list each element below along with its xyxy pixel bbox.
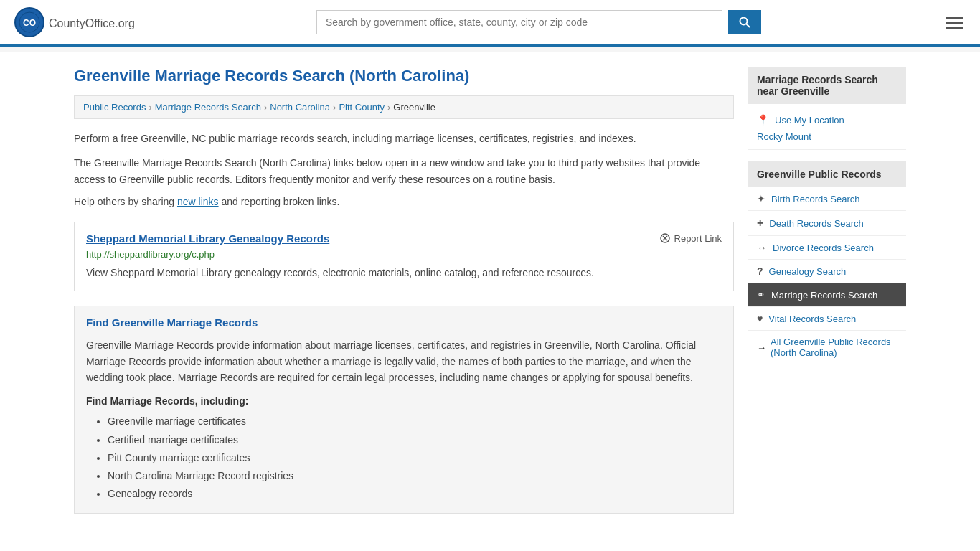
search-area <box>316 10 761 34</box>
description-2: The Greenville Marriage Records Search (… <box>74 155 734 187</box>
sidebar-item-vital-records[interactable]: ♥ Vital Records Search <box>748 307 906 331</box>
report-link[interactable]: Report Link <box>659 232 722 244</box>
breadcrumb-pitt-county[interactable]: Pitt County <box>339 102 385 113</box>
all-records-anchor[interactable]: All Greenville Public Records (North Car… <box>771 336 897 358</box>
all-records-link[interactable]: → All Greenville Public Records (North C… <box>748 331 906 364</box>
find-list-label: Find Marriage Records, including: <box>86 395 722 407</box>
help-text: Help others by sharing new links and rep… <box>74 196 734 207</box>
cross-icon: + <box>757 217 763 230</box>
page-title: Greenville Marriage Records Search (Nort… <box>74 67 734 85</box>
main-container: Greenville Marriage Records Search (Nort… <box>60 52 920 540</box>
list-item: North Carolina Marriage Record registrie… <box>108 467 722 485</box>
logo-area: CO CountyOffice.org <box>14 7 135 37</box>
svg-text:CO: CO <box>23 18 36 28</box>
find-section-description: Greenville Marriage Records provide info… <box>86 337 722 385</box>
sidebar-nearby-header: Marriage Records Search near Greenville <box>748 67 906 104</box>
breadcrumb-public-records[interactable]: Public Records <box>83 102 146 113</box>
sidebar-public-records-header: Greenville Public Records <box>748 161 906 187</box>
list-item: Greenville marriage certificates <box>108 413 722 430</box>
sidebar: Marriage Records Search near Greenville … <box>748 67 906 525</box>
record-title[interactable]: Sheppard Memorial Library Genealogy Reco… <box>86 232 329 245</box>
sub-header-strip <box>0 47 980 52</box>
sidebar-item-death-records[interactable]: + Death Records Search <box>748 211 906 236</box>
heart-icon: ♥ <box>757 313 763 324</box>
find-section: Find Greenville Marriage Records Greenvi… <box>74 306 734 514</box>
rings-icon: ⚭ <box>757 289 765 301</box>
sidebar-item-divorce-records[interactable]: ↔ Divorce Records Search <box>748 236 906 260</box>
location-icon: 📍 <box>757 114 769 126</box>
breadcrumb-north-carolina[interactable]: North Carolina <box>270 102 330 113</box>
nearby-city-rocky-mount[interactable]: Rocky Mount <box>748 128 906 145</box>
content-area: Greenville Marriage Records Search (Nort… <box>74 67 734 525</box>
new-links-link[interactable]: new links <box>177 196 219 207</box>
person-icon: ✦ <box>757 193 765 204</box>
record-card-header: Sheppard Memorial Library Genealogy Reco… <box>86 232 722 245</box>
find-list: Greenville marriage certificates Certifi… <box>86 413 722 503</box>
menu-button[interactable] <box>943 14 966 32</box>
breadcrumb: Public Records › Marriage Records Search… <box>74 95 734 119</box>
site-header: CO CountyOffice.org <box>0 0 980 47</box>
list-item: Certified marriage certificates <box>108 431 722 449</box>
search-input[interactable] <box>316 10 722 34</box>
svg-point-2 <box>740 18 747 25</box>
svg-line-3 <box>746 24 750 28</box>
question-icon: ? <box>757 265 763 277</box>
record-card: Sheppard Memorial Library Genealogy Reco… <box>74 222 734 291</box>
record-description: View Sheppard Memorial Library genealogy… <box>86 265 722 281</box>
list-item: Pitt County marriage certificates <box>108 449 722 467</box>
record-url: http://sheppardlibrary.org/c.php <box>86 249 722 260</box>
sidebar-public-records-section: Greenville Public Records ✦ Birth Record… <box>748 161 906 364</box>
logo-icon: CO <box>14 7 44 37</box>
arrow-right-icon: → <box>757 342 766 353</box>
sidebar-use-my-location[interactable]: 📍 Use My Location <box>748 108 906 128</box>
breadcrumb-marriage-records-search[interactable]: Marriage Records Search <box>155 102 261 113</box>
sidebar-item-marriage-records[interactable]: ⚭ Marriage Records Search <box>748 283 906 307</box>
arrows-icon: ↔ <box>757 242 767 253</box>
breadcrumb-greenville: Greenville <box>393 102 435 113</box>
use-my-location-link[interactable]: Use My Location <box>775 115 844 126</box>
logo-text: CountyOffice.org <box>49 14 135 31</box>
sidebar-nearby-section: Marriage Records Search near Greenville … <box>748 67 906 150</box>
list-item: Genealogy records <box>108 485 722 503</box>
sidebar-item-genealogy[interactable]: ? Genealogy Search <box>748 260 906 283</box>
search-button[interactable] <box>728 10 761 34</box>
find-section-title: Find Greenville Marriage Records <box>86 316 722 329</box>
sidebar-item-birth-records[interactable]: ✦ Birth Records Search <box>748 187 906 211</box>
description-1: Perform a free Greenville, NC public mar… <box>74 131 734 146</box>
